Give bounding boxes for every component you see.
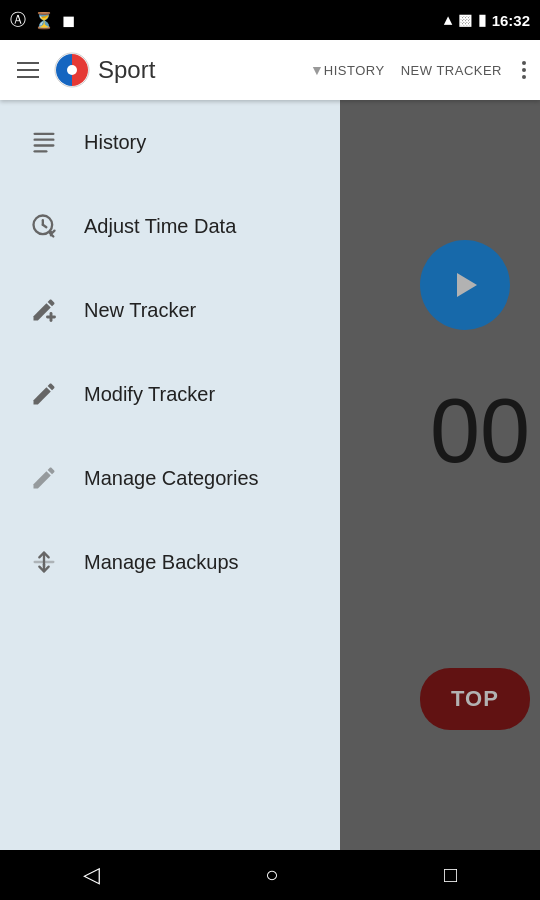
svg-rect-4 — [34, 139, 55, 141]
svg-rect-6 — [34, 150, 48, 152]
wifi-icon: ▴ — [444, 11, 452, 29]
history-icon — [24, 122, 64, 162]
recent-button[interactable]: □ — [424, 854, 477, 896]
svg-rect-5 — [34, 144, 55, 146]
nav-item-history[interactable]: History — [0, 100, 340, 184]
manage-backups-icon — [24, 542, 64, 582]
new-tracker-label: New Tracker — [84, 299, 196, 322]
hamburger-button[interactable] — [10, 52, 46, 88]
svg-line-9 — [43, 225, 47, 227]
svg-point-1 — [67, 65, 77, 75]
modify-tracker-label: Modify Tracker — [84, 383, 215, 406]
overflow-dot-2 — [522, 68, 526, 72]
nav-item-modify-tracker[interactable]: Modify Tracker — [0, 352, 340, 436]
hamburger-line-2 — [17, 69, 39, 71]
hamburger-line-1 — [17, 62, 39, 64]
back-button[interactable]: ◁ — [63, 854, 120, 896]
battery-icon: ▮ — [478, 11, 486, 29]
svg-line-11 — [52, 231, 54, 233]
status-bar-right: ▴ ▩ ▮ 16:32 — [444, 11, 530, 29]
manage-backups-label: Manage Backups — [84, 551, 239, 574]
app-bar-actions: HISTORY NEW TRACKER — [324, 57, 530, 83]
bottom-nav-bar: ◁ ○ □ — [0, 850, 540, 900]
new-tracker-icon — [24, 290, 64, 330]
image-status-icon: ◼ — [62, 11, 75, 30]
overflow-menu-button[interactable] — [518, 57, 530, 83]
home-button[interactable]: ○ — [245, 854, 298, 896]
nav-item-new-tracker[interactable]: New Tracker — [0, 268, 340, 352]
overflow-dot-3 — [522, 75, 526, 79]
status-bar-left: Ⓐ ⏳ ◼ — [10, 10, 75, 31]
app-status-icon: Ⓐ — [10, 10, 26, 31]
nav-item-manage-backups[interactable]: Manage Backups — [0, 520, 340, 604]
manage-categories-icon — [24, 458, 64, 498]
modify-tracker-icon — [24, 374, 64, 414]
manage-categories-label: Manage Categories — [84, 467, 259, 490]
timer-status-icon: ⏳ — [34, 11, 54, 30]
adjust-time-icon — [24, 206, 64, 246]
status-bar: Ⓐ ⏳ ◼ ▴ ▩ ▮ 16:32 — [0, 0, 540, 40]
new-tracker-button[interactable]: NEW TRACKER — [401, 63, 502, 78]
time-display: 16:32 — [492, 12, 530, 29]
hamburger-line-3 — [17, 76, 39, 78]
dropdown-arrow-icon[interactable]: ▼ — [310, 62, 324, 78]
overflow-dot-1 — [522, 61, 526, 65]
nav-item-adjust-time[interactable]: Adjust Time Data — [0, 184, 340, 268]
nav-drawer: History Adjust Time Data — [0, 100, 340, 850]
svg-rect-3 — [34, 133, 55, 135]
app-bar: Sport ▼ HISTORY NEW TRACKER — [0, 40, 540, 100]
adjust-time-label: Adjust Time Data — [84, 215, 236, 238]
history-label: History — [84, 131, 146, 154]
nav-item-manage-categories[interactable]: Manage Categories — [0, 436, 340, 520]
main-content: 00 TOP History — [0, 100, 540, 850]
app-logo — [54, 52, 90, 88]
signal-icon: ▩ — [458, 11, 472, 29]
history-button[interactable]: HISTORY — [324, 63, 385, 78]
app-title: Sport — [98, 56, 306, 84]
